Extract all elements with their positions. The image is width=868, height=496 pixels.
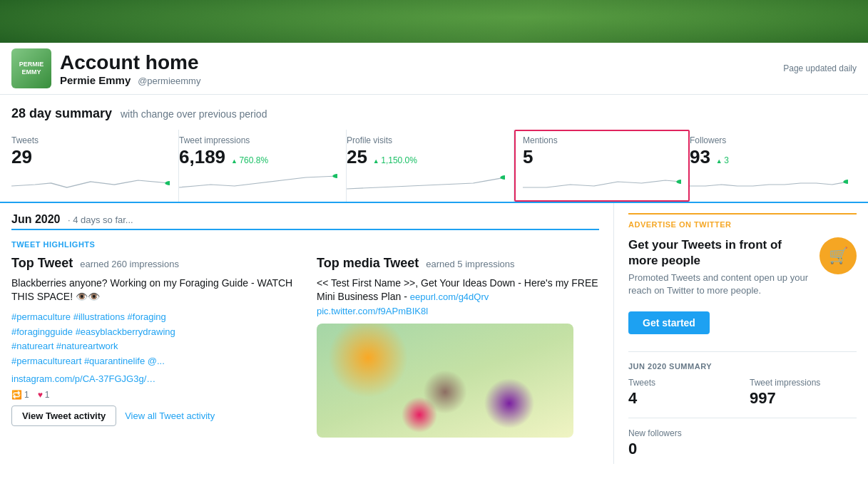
sparkline-profile-visits bbox=[347, 170, 505, 190]
summary-impressions-label: Tweet impressions bbox=[750, 378, 857, 388]
content-area: Jun 2020 · 4 days so far... TWEET HIGHLI… bbox=[0, 203, 868, 465]
period-label: Jun 2020 · 4 days so far... bbox=[11, 203, 599, 229]
like-count: ♥ 1 bbox=[38, 390, 50, 400]
metric-mentions: Mentions 5 bbox=[514, 130, 690, 202]
advertise-text: Get your Tweets in front of more people … bbox=[628, 237, 811, 298]
top-tweet-link[interactable]: instagram.com/p/CA-37FGJG3g/… bbox=[11, 373, 294, 384]
summary-section: 28 day summary with change over previous… bbox=[0, 95, 868, 203]
advertise-divider bbox=[628, 213, 857, 215]
top-tweet-title: Top Tweet bbox=[11, 256, 73, 270]
metric-tweets: Tweets 29 bbox=[11, 130, 179, 202]
top-tweet-earned: earned 260 impressions bbox=[80, 259, 179, 269]
sparkline-tweets bbox=[11, 170, 170, 190]
new-followers-value: 0 bbox=[628, 440, 857, 458]
metric-mentions-value: 5 bbox=[523, 146, 533, 167]
summary-divider bbox=[628, 351, 857, 352]
top-tweet-col: Top Tweet earned 260 impressions Blackbe… bbox=[11, 256, 294, 438]
get-started-button[interactable]: Get started bbox=[628, 311, 710, 334]
metric-followers-value: 93 bbox=[690, 146, 710, 167]
period-sub: · 4 days so far... bbox=[68, 215, 133, 225]
metric-impressions: Tweet impressions 6,189 760.8% bbox=[179, 130, 347, 202]
metric-followers-change: 3 bbox=[716, 155, 729, 165]
metric-impressions-value: 6,189 bbox=[179, 146, 225, 167]
page-updated-label: Page updated daily bbox=[783, 63, 857, 73]
metric-impressions-change: 760.8% bbox=[231, 155, 268, 165]
avatar: PERMIE EMMY bbox=[11, 48, 51, 88]
followers-divider bbox=[628, 418, 857, 418]
retweet-count: 🔁 1 bbox=[11, 390, 29, 400]
summary-impressions-value: 997 bbox=[750, 389, 857, 408]
sparkline-followers bbox=[690, 170, 848, 190]
view-all-tweet-activity-link[interactable]: View all Tweet activity bbox=[125, 410, 215, 421]
metric-impressions-label: Tweet impressions bbox=[179, 135, 337, 145]
metric-followers: Followers 93 3 bbox=[690, 130, 857, 202]
advertise-label: ADVERTISE ON TWITTER bbox=[628, 220, 857, 229]
advertise-icon: 🛒 bbox=[820, 237, 857, 274]
page-title: Account home bbox=[60, 51, 783, 74]
sparkline-impressions bbox=[179, 170, 337, 190]
advertise-desc: Promoted Tweets and content open up your… bbox=[628, 272, 811, 297]
metric-tweets-label: Tweets bbox=[11, 135, 170, 145]
user-display-name: Permie Emmy bbox=[60, 74, 131, 86]
summary-tweets: Tweets 4 bbox=[628, 378, 735, 408]
summary-tweets-label: Tweets bbox=[628, 378, 735, 388]
metrics-row: Tweets 29 Tweet impressions 6,189 760.8% bbox=[11, 130, 857, 202]
top-media-tweet-col: Top media Tweet earned 5 impressions << … bbox=[317, 256, 599, 438]
svg-point-3 bbox=[676, 180, 681, 184]
media-tweet-link1[interactable]: eepurl.com/g4dQrv bbox=[410, 291, 489, 302]
metric-mentions-label: Mentions bbox=[523, 135, 681, 145]
user-name-row: Permie Emmy @permieemmy bbox=[60, 74, 783, 86]
view-tweet-activity-button[interactable]: View Tweet activity bbox=[11, 405, 116, 426]
tweet-highlights-label: TWEET HIGHLIGHTS bbox=[11, 240, 599, 249]
media-image-visual bbox=[317, 324, 573, 438]
main-content: Jun 2020 · 4 days so far... TWEET HIGHLI… bbox=[11, 203, 614, 465]
summary-stats-row: Tweets 4 Tweet impressions 997 bbox=[628, 378, 857, 408]
summary-heading: 28 day summary with change over previous… bbox=[11, 106, 857, 121]
like-icon: ♥ bbox=[38, 390, 43, 400]
top-tweet-meta: 🔁 1 ♥ 1 bbox=[11, 390, 294, 400]
new-followers-label: New followers bbox=[628, 428, 857, 438]
top-tweet-text: Blackberries anyone? Working on my Forag… bbox=[11, 277, 294, 304]
top-media-tweet-text: << Test First Name >>, Get Your Ideas Do… bbox=[317, 277, 599, 319]
retweet-icon: 🔁 bbox=[11, 390, 22, 400]
summary-subtitle: with change over previous period bbox=[121, 108, 267, 120]
header-top: PERMIE EMMY Account home Permie Emmy @pe… bbox=[0, 43, 868, 95]
summary-impressions: Tweet impressions 997 bbox=[750, 378, 857, 408]
user-handle: @permieemmy bbox=[138, 76, 200, 86]
sparkline-mentions bbox=[523, 170, 681, 190]
top-tweet-hashtags: #permaculture #illustrations #foraging #… bbox=[11, 310, 294, 369]
media-tweet-image bbox=[317, 324, 573, 438]
top-media-tweet-earned: earned 5 impressions bbox=[426, 259, 514, 269]
top-tweet-actions: View Tweet activity View all Tweet activ… bbox=[11, 405, 294, 426]
metric-profile-visits-change: 1,150.0% bbox=[373, 155, 417, 165]
sidebar: ADVERTISE ON TWITTER Get your Tweets in … bbox=[614, 203, 857, 465]
metric-profile-visits-label: Profile visits bbox=[347, 135, 505, 145]
summary-title: 28 day summary bbox=[11, 106, 112, 120]
summary-tweets-value: 4 bbox=[628, 389, 735, 408]
svg-point-4 bbox=[843, 180, 848, 184]
advertise-row: Get your Tweets in front of more people … bbox=[628, 237, 857, 298]
summary-month-label: JUN 2020 SUMMARY bbox=[628, 362, 857, 371]
metric-tweets-value: 29 bbox=[11, 146, 32, 167]
advertise-title: Get your Tweets in front of more people bbox=[628, 237, 811, 269]
svg-point-1 bbox=[332, 174, 337, 178]
metric-followers-label: Followers bbox=[690, 135, 848, 145]
new-followers: New followers 0 bbox=[628, 428, 857, 458]
highlights-row: Top Tweet earned 260 impressions Blackbe… bbox=[11, 256, 599, 438]
header-banner bbox=[0, 0, 868, 43]
top-media-tweet-title: Top media Tweet bbox=[317, 256, 419, 270]
cart-icon: 🛒 bbox=[829, 247, 848, 265]
top-tweet-heading: Top Tweet earned 260 impressions bbox=[11, 256, 294, 271]
svg-point-0 bbox=[165, 181, 170, 185]
top-media-tweet-heading: Top media Tweet earned 5 impressions bbox=[317, 256, 599, 271]
svg-point-2 bbox=[500, 175, 505, 180]
metric-profile-visits-value: 25 bbox=[347, 146, 367, 167]
media-tweet-link2[interactable]: pic.twitter.com/f9APmBIK8l bbox=[317, 306, 428, 316]
account-info: Account home Permie Emmy @permieemmy bbox=[60, 51, 783, 86]
metric-profile-visits: Profile visits 25 1,150.0% bbox=[347, 130, 514, 202]
section-divider bbox=[11, 229, 599, 230]
